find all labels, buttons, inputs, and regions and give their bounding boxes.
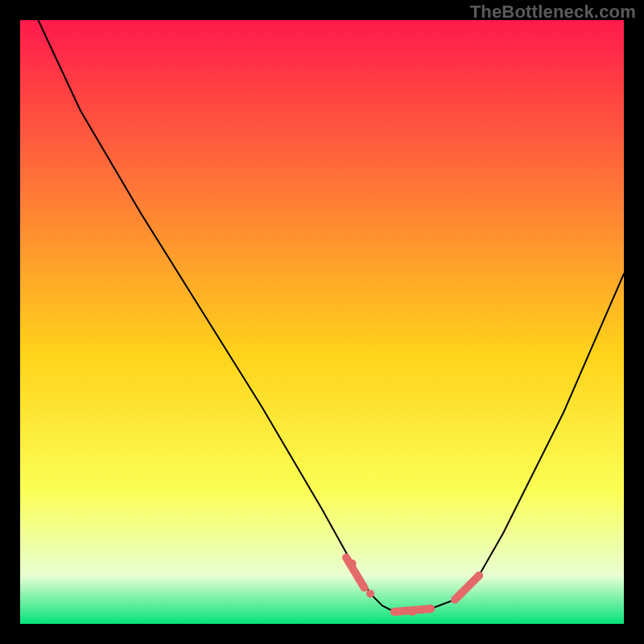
highlight-point xyxy=(427,605,435,613)
highlight-point xyxy=(390,608,398,616)
highlight-point xyxy=(457,590,465,598)
highlight-point xyxy=(475,572,483,580)
watermark-text: TheBottleneck.com xyxy=(470,2,636,23)
highlight-point xyxy=(409,608,417,616)
chart-container: TheBottleneck.com xyxy=(0,0,644,644)
highlight-point xyxy=(349,559,357,568)
highlight-point xyxy=(366,590,374,598)
chart-background xyxy=(20,20,624,624)
chart-svg xyxy=(20,20,624,624)
